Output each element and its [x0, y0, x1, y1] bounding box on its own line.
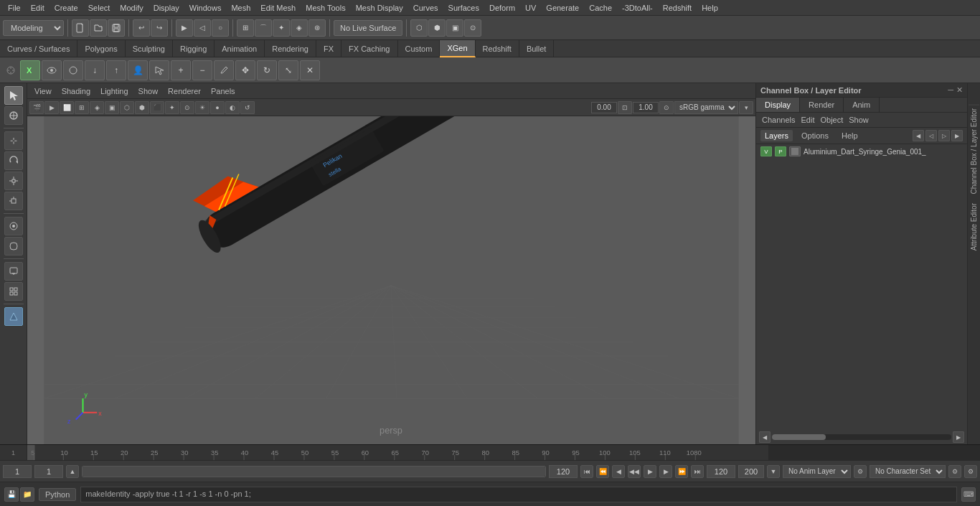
menu-modify[interactable]: Modify — [115, 0, 148, 16]
rp-tab-anim[interactable]: Anim — [844, 98, 880, 112]
xgen-select-btn[interactable] — [149, 60, 169, 80]
vp-wire-btn[interactable]: ▣ — [105, 101, 119, 114]
playback-end-input[interactable] — [707, 465, 735, 478]
ws-tab-bullet[interactable]: Bullet — [519, 40, 555, 57]
current-frame-input[interactable] — [3, 465, 32, 478]
lasso-mode-btn[interactable]: ◁ — [194, 19, 211, 37]
xgen-add-btn[interactable]: + — [171, 60, 191, 80]
layer-next-btn[interactable]: ▷ — [938, 130, 950, 141]
layer-tab-layers[interactable]: Layers — [760, 130, 793, 141]
menu-uv[interactable]: UV — [520, 0, 541, 16]
scrollbar-thumb[interactable] — [772, 434, 826, 440]
vp-isolate-btn[interactable]: ⊙ — [180, 101, 194, 114]
vp-film2-btn[interactable]: ⬜ — [60, 101, 74, 114]
canvas-area[interactable]: Pelikan stella — [27, 116, 755, 444]
vp-display3-btn[interactable]: ⬛ — [150, 101, 164, 114]
menu-mesh-tools[interactable]: Mesh Tools — [301, 0, 350, 16]
paint-mode-btn[interactable]: ○ — [212, 19, 229, 37]
layer-next2-btn[interactable]: ▶ — [951, 130, 963, 141]
grid-snap-btn[interactable] — [4, 282, 23, 301]
vp-cam-btn[interactable]: 🎬 — [29, 101, 44, 114]
rp-show-menu[interactable]: Show — [849, 116, 869, 124]
vp-film-btn[interactable]: ▶ — [44, 101, 59, 114]
prev-frame-btn[interactable]: ◀ — [612, 465, 625, 478]
menu-mesh-display[interactable]: Mesh Display — [351, 0, 408, 16]
menu-surfaces[interactable]: Surfaces — [443, 0, 484, 16]
live-surface-button[interactable]: No Live Surface — [334, 20, 402, 36]
xgen-circle-btn[interactable] — [63, 60, 83, 80]
ws-tab-rigging[interactable]: Rigging — [173, 40, 215, 57]
xgen-xmark-btn[interactable]: ✕ — [300, 60, 320, 80]
menu-windows[interactable]: Windows — [184, 0, 227, 16]
xgen-eye-btn[interactable] — [42, 60, 62, 80]
menu-3dtoall[interactable]: -3DtoAll- — [617, 0, 658, 16]
new-scene-btn[interactable] — [72, 19, 89, 37]
menu-edit[interactable]: Edit — [26, 0, 50, 16]
xgen-x-btn[interactable]: X — [20, 60, 40, 80]
xgen-settings-icon[interactable] — [3, 62, 19, 78]
vp-colorspace-arrow[interactable]: ▾ — [739, 101, 753, 114]
xgen-scale-btn[interactable]: ⤡ — [278, 60, 298, 80]
menu-deform[interactable]: Deform — [484, 0, 520, 16]
vp-y-coord[interactable] — [633, 102, 659, 113]
menu-redshift[interactable]: Redshift — [658, 0, 697, 16]
play-fwd-btn[interactable]: ▶ — [644, 465, 656, 478]
vp-colorspace-select[interactable]: sRGB gamma Linear sRGB — [674, 101, 738, 114]
xgen-rotate-btn[interactable]: ↻ — [257, 60, 277, 80]
scroll-right-btn[interactable]: ▶ — [953, 431, 964, 443]
universal-manip-btn[interactable] — [4, 192, 23, 210]
vp-menu-show[interactable]: Show — [136, 87, 161, 95]
go-end-btn[interactable]: ⏭ — [691, 465, 704, 478]
xgen-brush-btn[interactable] — [214, 60, 234, 80]
soft-select-btn[interactable] — [4, 217, 23, 235]
select-mode-btn[interactable]: ▶ — [176, 19, 193, 37]
ws-tab-xgen[interactable]: XGen — [440, 40, 475, 57]
ws-tab-redshift[interactable]: Redshift — [476, 40, 519, 57]
char-set-settings-btn[interactable]: ⚙ — [948, 465, 961, 478]
vp-snap-btn[interactable]: ◈ — [90, 101, 104, 114]
status-folder-icon[interactable]: 📁 — [20, 487, 34, 502]
ws-tab-custom[interactable]: Custom — [398, 40, 440, 57]
menu-create[interactable]: Create — [50, 0, 83, 16]
anim-layer-select[interactable]: No Anim Layer — [783, 465, 851, 478]
menu-edit-mesh[interactable]: Edit Mesh — [255, 0, 301, 16]
open-scene-btn[interactable] — [90, 19, 107, 37]
ws-tab-fx[interactable]: FX — [316, 40, 341, 57]
layer-vis-btn[interactable]: V — [760, 146, 772, 156]
xgen-person-btn[interactable]: 👤 — [128, 60, 148, 80]
menu-display[interactable]: Display — [149, 0, 184, 16]
vp-menu-renderer[interactable]: Renderer — [165, 87, 204, 95]
vp-light-btn[interactable]: ☀ — [195, 101, 209, 114]
range-end-input[interactable] — [549, 465, 578, 478]
rp-tab-display[interactable]: Display — [756, 98, 800, 112]
menu-help[interactable]: Help — [697, 0, 723, 16]
multi-select-btn[interactable] — [4, 106, 23, 125]
vp-grid-btn[interactable]: ⊞ — [75, 101, 89, 114]
ws-tab-curves[interactable]: Curves / Surfaces — [0, 40, 77, 57]
prev-key-btn[interactable]: ⏪ — [596, 465, 609, 478]
xgen-arrow-down-btn[interactable]: ↓ — [85, 60, 105, 80]
display-tool-btn[interactable] — [4, 262, 23, 281]
xgen-move-btn[interactable]: ✥ — [235, 60, 255, 80]
layer-playback-btn[interactable]: P — [775, 146, 786, 156]
scrollbar-track[interactable] — [772, 434, 951, 440]
ws-tab-sculpting[interactable]: Sculpting — [126, 40, 173, 57]
undo-btn[interactable]: ↩ — [133, 19, 150, 37]
mode-dropdown[interactable]: Modeling Rigging Animation FX Rendering … — [3, 20, 64, 36]
render-btn[interactable]: ⬡ — [410, 19, 428, 37]
play-back-btn[interactable]: ◀◀ — [628, 465, 641, 478]
end-range-indicator[interactable]: ▼ — [767, 465, 780, 478]
render-seq-btn[interactable]: ▣ — [446, 19, 463, 37]
range-slider[interactable] — [82, 466, 546, 477]
rp-channels-menu[interactable]: Channels — [762, 116, 795, 124]
vp-shadow-btn[interactable]: ● — [210, 101, 225, 114]
channel-box-minimize[interactable]: ─ — [948, 85, 953, 95]
select-tool-btn[interactable] — [4, 86, 23, 105]
layer-color-swatch[interactable] — [789, 146, 801, 156]
vp-ao-btn[interactable]: ◐ — [225, 101, 240, 114]
attribute-editor-side-tab[interactable]: Attribute Editor — [969, 200, 979, 253]
snap-grid-btn[interactable]: ⊞ — [237, 19, 254, 37]
command-line[interactable]: makeIdentity -apply true -t 1 -r 1 -s 1 … — [80, 487, 957, 502]
frame-start-input[interactable] — [34, 465, 63, 478]
snap-point-btn[interactable]: ✦ — [273, 19, 290, 37]
